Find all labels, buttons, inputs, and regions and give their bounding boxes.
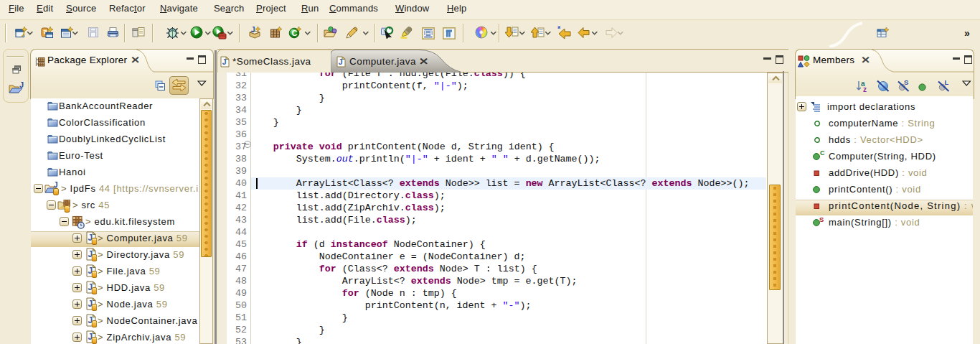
svg-text:S: S — [904, 79, 908, 86]
svg-text:L: L — [945, 79, 949, 86]
svg-text:C: C — [292, 29, 298, 37]
svg-text:z: z — [863, 85, 867, 93]
svg-text:J: J — [251, 26, 255, 34]
svg-text:J: J — [19, 81, 24, 89]
